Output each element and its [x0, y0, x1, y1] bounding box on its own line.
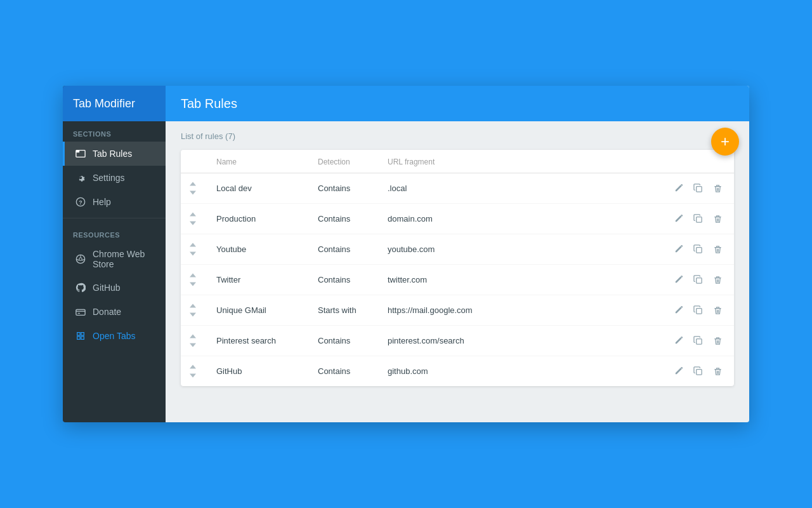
sort-col-header [181, 150, 209, 173]
rule-actions [507, 173, 734, 204]
edit-button[interactable] [670, 303, 687, 318]
sidebar-item-help[interactable]: ? Help [63, 190, 166, 214]
rules-table: Name Detection URL fragment [181, 150, 734, 386]
rule-actions [507, 356, 734, 387]
add-rule-button[interactable]: + [711, 128, 739, 156]
rule-url: pinterest.com/search [380, 326, 507, 356]
table-header-row: Name Detection URL fragment [181, 150, 734, 173]
table-row: GitHub Contains github.com [181, 356, 734, 387]
edit-button[interactable] [670, 242, 687, 257]
sidebar-item-settings[interactable]: Settings [63, 166, 166, 190]
copy-button[interactable] [690, 303, 707, 318]
edit-button[interactable] [670, 211, 687, 226]
page-title: Tab Rules [181, 97, 237, 111]
delete-button[interactable] [709, 181, 726, 196]
sort-cell [181, 234, 209, 265]
rule-url: github.com [380, 356, 507, 387]
rules-table-card: Name Detection URL fragment [181, 150, 734, 386]
delete-button[interactable] [709, 364, 726, 378]
sort-icon [188, 180, 197, 196]
edit-button[interactable] [670, 333, 687, 348]
name-col-header: Name [209, 150, 310, 173]
sort-cell [181, 356, 209, 387]
copy-button[interactable] [690, 272, 707, 287]
table-row: Pinterest search Contains pinterest.com/… [181, 326, 734, 356]
edit-button[interactable] [670, 181, 687, 196]
edit-button[interactable] [670, 364, 687, 378]
rules-count: List of rules (7) [181, 131, 734, 141]
table-row: Local dev Contains .local [181, 173, 734, 204]
url-col-header: URL fragment [380, 150, 507, 173]
rule-detection: Contains [310, 234, 380, 265]
sidebar-item-github[interactable]: GitHub [63, 276, 166, 300]
app-window: Tab Modifier Sections Tab Rules Settings… [63, 86, 749, 422]
rule-detection: Contains [310, 326, 380, 356]
svg-rect-9 [76, 309, 85, 315]
copy-button[interactable] [690, 242, 707, 257]
sidebar-item-tab-rules[interactable]: Tab Rules [63, 142, 166, 166]
github-icon [75, 282, 86, 293]
resources-label: Resources [63, 222, 166, 243]
main-content: Tab Rules List of rules (7) + Name Detec… [166, 86, 749, 422]
sort-cell [181, 295, 209, 326]
sort-icon [188, 211, 197, 227]
sidebar-item-open-tabs[interactable]: Open Tabs [63, 324, 166, 348]
sort-cell [181, 265, 209, 295]
sidebar: Tab Modifier Sections Tab Rules Settings… [63, 86, 166, 422]
svg-rect-17 [697, 370, 702, 375]
open-tabs-icon [75, 330, 86, 342]
sections-label: Sections [63, 121, 166, 142]
copy-button[interactable] [690, 333, 707, 348]
sort-icon [188, 302, 197, 318]
svg-rect-10 [78, 313, 81, 314]
sidebar-divider [63, 218, 166, 218]
rule-detection: Contains [310, 204, 380, 234]
chrome-icon [75, 253, 86, 265]
rule-name: Local dev [209, 173, 310, 204]
rule-name: GitHub [209, 356, 310, 387]
delete-button[interactable] [709, 211, 726, 226]
delete-button[interactable] [709, 303, 726, 318]
svg-point-5 [79, 258, 82, 260]
rule-url: domain.com [380, 204, 507, 234]
copy-button[interactable] [690, 211, 707, 226]
sort-cell [181, 204, 209, 234]
help-icon: ? [75, 196, 86, 208]
rule-actions [507, 295, 734, 326]
copy-button[interactable] [690, 181, 707, 196]
gear-icon [75, 172, 86, 184]
rule-actions [507, 204, 734, 234]
svg-rect-16 [697, 339, 702, 344]
sidebar-item-donate[interactable]: Donate [63, 300, 166, 324]
rule-name: Unique GMail [209, 295, 310, 326]
delete-button[interactable] [709, 242, 726, 257]
rule-name: Production [209, 204, 310, 234]
sort-icon [188, 241, 197, 257]
sidebar-item-chrome-web-store[interactable]: Chrome Web Store [63, 243, 166, 276]
tab-rules-label: Tab Rules [93, 149, 132, 159]
open-tabs-label: Open Tabs [93, 331, 135, 341]
main-body: List of rules (7) + Name Detection [166, 121, 749, 422]
delete-button[interactable] [709, 333, 726, 348]
sort-icon [188, 333, 197, 349]
delete-button[interactable] [709, 272, 726, 287]
rule-url: youtube.com [380, 234, 507, 265]
rule-url: twitter.com [380, 265, 507, 295]
help-label: Help [93, 197, 111, 207]
copy-button[interactable] [690, 364, 707, 378]
sort-cell [181, 173, 209, 204]
rule-url: .local [380, 173, 507, 204]
edit-button[interactable] [670, 272, 687, 287]
rule-detection: Starts with [310, 295, 380, 326]
svg-rect-14 [697, 278, 702, 283]
tab-icon [75, 148, 86, 159]
sort-icon [188, 272, 197, 288]
rule-actions [507, 234, 734, 265]
table-row: Twitter Contains twitter.com [181, 265, 734, 295]
table-row: Production Contains domain.com [181, 204, 734, 234]
rule-name: Pinterest search [209, 326, 310, 356]
rule-url: https://mail.google.com [380, 295, 507, 326]
chrome-web-store-label: Chrome Web Store [93, 249, 155, 269]
rule-name: Twitter [209, 265, 310, 295]
rule-detection: Contains [310, 265, 380, 295]
